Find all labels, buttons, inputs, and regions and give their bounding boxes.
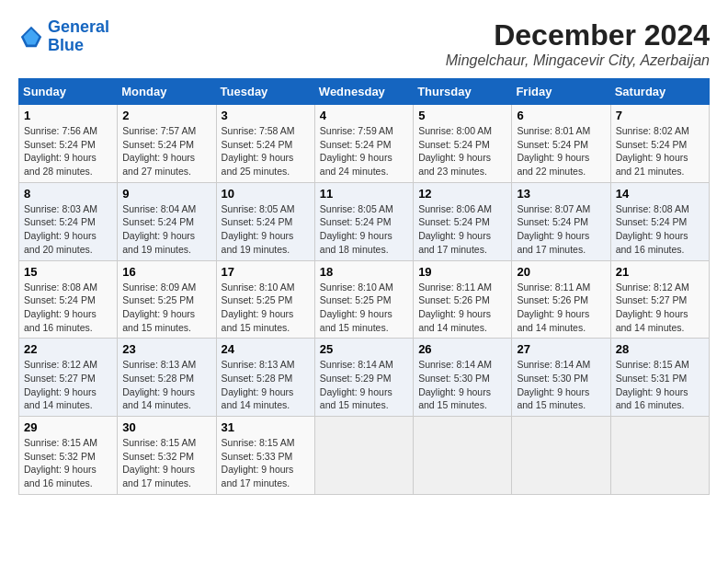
calendar-day-cell: 22Sunrise: 8:12 AMSunset: 5:27 PMDayligh…: [19, 339, 118, 417]
day-info: Sunrise: 8:05 AMSunset: 5:24 PMDaylight:…: [222, 202, 310, 257]
calendar-day-cell: 26Sunrise: 8:14 AMSunset: 5:30 PMDayligh…: [414, 339, 512, 417]
logo-icon: [18, 24, 44, 50]
day-number: 4: [320, 109, 408, 122]
day-number: 16: [122, 265, 210, 279]
calendar-day-cell: 14Sunrise: 8:08 AMSunset: 5:24 PMDayligh…: [610, 182, 709, 260]
calendar-day-cell: 15Sunrise: 8:08 AMSunset: 5:24 PMDayligh…: [19, 260, 118, 339]
calendar-week-row: 15Sunrise: 8:08 AMSunset: 5:24 PMDayligh…: [19, 260, 710, 339]
day-info: Sunrise: 8:15 AMSunset: 5:32 PMDaylight:…: [24, 436, 112, 490]
day-info: Sunrise: 8:07 AMSunset: 5:24 PMDaylight:…: [517, 202, 605, 257]
weekday-header-monday: Monday: [118, 79, 216, 105]
day-number: 8: [24, 187, 112, 201]
day-number: 3: [222, 109, 310, 122]
day-info: Sunrise: 8:11 AMSunset: 5:26 PMDaylight:…: [418, 281, 506, 335]
day-number: 22: [24, 342, 112, 356]
calendar-day-cell: 8Sunrise: 8:03 AMSunset: 5:24 PMDaylight…: [19, 182, 118, 260]
day-info: Sunrise: 8:10 AMSunset: 5:25 PMDaylight:…: [320, 281, 408, 335]
day-number: 11: [320, 187, 408, 201]
day-info: Sunrise: 8:14 AMSunset: 5:29 PMDaylight:…: [320, 358, 408, 412]
day-info: Sunrise: 8:04 AMSunset: 5:24 PMDaylight:…: [122, 202, 210, 257]
day-info: Sunrise: 8:08 AMSunset: 5:24 PMDaylight:…: [24, 281, 112, 335]
calendar-day-cell: 12Sunrise: 8:06 AMSunset: 5:24 PMDayligh…: [414, 182, 512, 260]
calendar-week-row: 29Sunrise: 8:15 AMSunset: 5:32 PMDayligh…: [19, 417, 710, 495]
calendar-day-cell: 3Sunrise: 7:58 AMSunset: 5:24 PMDaylight…: [216, 105, 314, 183]
calendar-day-cell: 9Sunrise: 8:04 AMSunset: 5:24 PMDaylight…: [118, 182, 216, 260]
logo-general: General: [48, 17, 109, 36]
day-info: Sunrise: 8:05 AMSunset: 5:24 PMDaylight:…: [320, 202, 408, 257]
title-area: December 2024 Mingelchaur, Mingacevir Ci…: [446, 18, 710, 69]
day-number: 7: [616, 109, 704, 122]
calendar-day-cell: 28Sunrise: 8:15 AMSunset: 5:31 PMDayligh…: [610, 339, 709, 417]
calendar-day-cell: [314, 417, 413, 495]
day-number: 1: [24, 109, 112, 122]
day-info: Sunrise: 8:15 AMSunset: 5:33 PMDaylight:…: [222, 436, 310, 490]
calendar-day-cell: 13Sunrise: 8:07 AMSunset: 5:24 PMDayligh…: [512, 182, 610, 260]
logo: General Blue: [18, 18, 109, 55]
day-info: Sunrise: 8:09 AMSunset: 5:25 PMDaylight:…: [122, 281, 210, 335]
calendar-day-cell: 25Sunrise: 8:14 AMSunset: 5:29 PMDayligh…: [314, 339, 413, 417]
calendar-week-row: 8Sunrise: 8:03 AMSunset: 5:24 PMDaylight…: [19, 182, 710, 260]
day-number: 27: [517, 342, 605, 356]
weekday-header-tuesday: Tuesday: [216, 79, 314, 105]
day-number: 9: [122, 187, 210, 201]
calendar-day-cell: 29Sunrise: 8:15 AMSunset: 5:32 PMDayligh…: [19, 417, 118, 495]
day-number: 15: [24, 265, 112, 279]
weekday-header-saturday: Saturday: [610, 79, 709, 105]
logo-blue: Blue: [48, 36, 84, 54]
day-info: Sunrise: 7:56 AMSunset: 5:24 PMDaylight:…: [24, 124, 112, 178]
day-number: 6: [517, 109, 605, 122]
calendar-day-cell: 18Sunrise: 8:10 AMSunset: 5:25 PMDayligh…: [314, 260, 413, 339]
calendar-week-row: 1Sunrise: 7:56 AMSunset: 5:24 PMDaylight…: [19, 105, 710, 183]
weekday-header-friday: Friday: [512, 79, 610, 105]
day-info: Sunrise: 8:02 AMSunset: 5:24 PMDaylight:…: [616, 124, 704, 178]
day-number: 23: [122, 342, 210, 356]
weekday-header-row: SundayMondayTuesdayWednesdayThursdayFrid…: [19, 79, 710, 105]
day-info: Sunrise: 8:01 AMSunset: 5:24 PMDaylight:…: [517, 124, 605, 178]
calendar-day-cell: 7Sunrise: 8:02 AMSunset: 5:24 PMDaylight…: [610, 105, 709, 183]
calendar-day-cell: [414, 417, 512, 495]
day-info: Sunrise: 7:58 AMSunset: 5:24 PMDaylight:…: [222, 124, 310, 178]
calendar-week-row: 22Sunrise: 8:12 AMSunset: 5:27 PMDayligh…: [19, 339, 710, 417]
day-number: 14: [616, 187, 704, 201]
day-number: 19: [418, 265, 506, 279]
day-number: 31: [222, 420, 310, 434]
day-info: Sunrise: 8:00 AMSunset: 5:24 PMDaylight:…: [418, 124, 506, 178]
day-number: 21: [616, 265, 704, 279]
main-title: December 2024: [446, 18, 710, 52]
weekday-header-thursday: Thursday: [414, 79, 512, 105]
weekday-header-sunday: Sunday: [19, 79, 118, 105]
calendar-day-cell: 23Sunrise: 8:13 AMSunset: 5:28 PMDayligh…: [118, 339, 216, 417]
day-number: 2: [122, 109, 210, 122]
calendar-table: SundayMondayTuesdayWednesdayThursdayFrid…: [18, 78, 710, 495]
day-number: 25: [320, 342, 408, 356]
day-info: Sunrise: 8:13 AMSunset: 5:28 PMDaylight:…: [122, 358, 210, 412]
calendar-day-cell: 30Sunrise: 8:15 AMSunset: 5:32 PMDayligh…: [118, 417, 216, 495]
day-number: 13: [517, 187, 605, 201]
day-info: Sunrise: 8:15 AMSunset: 5:32 PMDaylight:…: [122, 436, 210, 490]
calendar-day-cell: [512, 417, 610, 495]
day-number: 5: [418, 109, 506, 122]
calendar-day-cell: 1Sunrise: 7:56 AMSunset: 5:24 PMDaylight…: [19, 105, 118, 183]
day-number: 28: [616, 342, 704, 356]
weekday-header-wednesday: Wednesday: [314, 79, 413, 105]
calendar-day-cell: 17Sunrise: 8:10 AMSunset: 5:25 PMDayligh…: [216, 260, 314, 339]
day-number: 17: [222, 265, 310, 279]
calendar-day-cell: 27Sunrise: 8:14 AMSunset: 5:30 PMDayligh…: [512, 339, 610, 417]
calendar-day-cell: 4Sunrise: 7:59 AMSunset: 5:24 PMDaylight…: [314, 105, 413, 183]
subtitle: Mingelchaur, Mingacevir City, Azerbaijan: [446, 52, 710, 69]
calendar-day-cell: 5Sunrise: 8:00 AMSunset: 5:24 PMDaylight…: [414, 105, 512, 183]
day-number: 29: [24, 420, 112, 434]
calendar-day-cell: 10Sunrise: 8:05 AMSunset: 5:24 PMDayligh…: [216, 182, 314, 260]
day-info: Sunrise: 8:08 AMSunset: 5:24 PMDaylight:…: [616, 202, 704, 257]
day-number: 30: [122, 420, 210, 434]
calendar-day-cell: 16Sunrise: 8:09 AMSunset: 5:25 PMDayligh…: [118, 260, 216, 339]
day-number: 12: [418, 187, 506, 201]
calendar-day-cell: 20Sunrise: 8:11 AMSunset: 5:26 PMDayligh…: [512, 260, 610, 339]
day-info: Sunrise: 8:03 AMSunset: 5:24 PMDaylight:…: [24, 202, 112, 257]
calendar-day-cell: 19Sunrise: 8:11 AMSunset: 5:26 PMDayligh…: [414, 260, 512, 339]
calendar-day-cell: 6Sunrise: 8:01 AMSunset: 5:24 PMDaylight…: [512, 105, 610, 183]
calendar-day-cell: 21Sunrise: 8:12 AMSunset: 5:27 PMDayligh…: [610, 260, 709, 339]
logo-text: General Blue: [48, 18, 109, 55]
day-info: Sunrise: 8:12 AMSunset: 5:27 PMDaylight:…: [24, 358, 112, 412]
calendar-day-cell: 2Sunrise: 7:57 AMSunset: 5:24 PMDaylight…: [118, 105, 216, 183]
